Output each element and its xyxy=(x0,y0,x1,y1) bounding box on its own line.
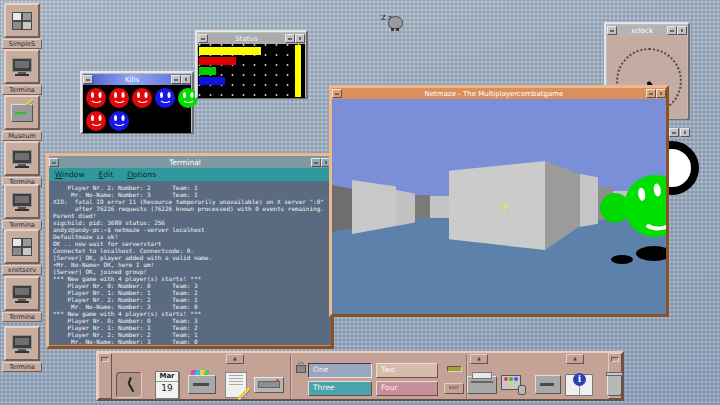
window-title: Status xyxy=(208,35,285,43)
maximize-button[interactable] xyxy=(680,128,690,137)
kill-smiley xyxy=(155,88,175,108)
exit-button[interactable]: EXIT xyxy=(444,383,464,394)
window-menu-button[interactable] xyxy=(49,158,59,167)
kills-titlebar[interactable]: Kills xyxy=(83,74,191,85)
status-bar-blue xyxy=(199,77,225,85)
desktop-icon-xnetserv[interactable]: xnetserv xyxy=(2,229,42,275)
desktop-icon-terminal-5[interactable]: Termina xyxy=(2,326,42,372)
busy-light xyxy=(447,366,462,372)
drawer-icon xyxy=(4,95,40,130)
maze-wall xyxy=(580,174,598,227)
menu-edit[interactable]: Edit xyxy=(99,170,114,179)
minimize-button[interactable] xyxy=(646,89,656,98)
printer-icon xyxy=(467,376,497,394)
workspace-switcher: One Two Three Four EXIT xyxy=(290,355,468,399)
maze-wall xyxy=(415,195,430,219)
crosshair-icon xyxy=(500,203,509,212)
minimize-button[interactable] xyxy=(285,34,295,43)
status-bar-red xyxy=(199,57,236,65)
window-menu-button[interactable] xyxy=(198,34,208,43)
maximize-button[interactable] xyxy=(295,34,305,43)
hidden-window-fragment xyxy=(669,128,690,137)
desktop-icon-terminal-3[interactable]: Termina xyxy=(2,184,42,230)
subpanel-arrow-icon[interactable]: ▲ xyxy=(226,354,244,364)
application-manager-icon xyxy=(535,375,561,394)
calendar-day: 19 xyxy=(156,382,178,395)
terminal-titlebar[interactable]: Terminal xyxy=(49,156,331,168)
calendar-month: Mar xyxy=(156,372,178,382)
maximize-button[interactable] xyxy=(656,89,666,98)
workspace-two-button[interactable]: Two xyxy=(376,363,438,378)
panel-handle-left[interactable] xyxy=(98,353,112,399)
text-editor-icon xyxy=(225,372,247,398)
panel-style-manager-button[interactable] xyxy=(498,370,530,399)
xclock-titlebar[interactable]: xclock xyxy=(607,25,687,36)
player-shadow xyxy=(636,246,666,261)
maze-wall-front xyxy=(449,161,545,250)
desktop-icon-terminal-1[interactable]: Termina xyxy=(2,49,42,95)
status-side-bar xyxy=(295,45,301,97)
hidden-window-buttons[interactable] xyxy=(669,128,690,137)
panel-file-manager-button[interactable] xyxy=(186,370,218,399)
netmaze-window: Netmaze - The Multiplayercombatgame xyxy=(329,85,669,317)
workspace-four-button[interactable]: Four xyxy=(376,381,438,396)
kill-smiley xyxy=(109,88,129,108)
panel-clock-button[interactable] xyxy=(113,370,145,399)
status-window: Status xyxy=(195,30,308,99)
panel-application-manager-button[interactable] xyxy=(532,370,564,399)
desktop-icon-label: SimpleS xyxy=(2,39,42,49)
maximize-button[interactable] xyxy=(677,26,687,35)
minimize-button[interactable] xyxy=(667,26,677,35)
maze-wall xyxy=(332,185,352,232)
kill-smiley xyxy=(109,111,129,131)
calendar-icon: Mar 19 xyxy=(155,371,179,399)
window-title: Kills xyxy=(93,76,171,84)
desktop-icon-museum[interactable]: Museum xyxy=(2,95,42,141)
lock-icon[interactable] xyxy=(296,365,306,373)
panel-calendar-button[interactable]: Mar 19 xyxy=(151,370,183,399)
desktop-icon-terminal-4[interactable]: Termina xyxy=(2,276,42,322)
window-title: Netmaze - The Multiplayercombatgame xyxy=(342,90,646,98)
status-canvas[interactable] xyxy=(198,44,305,98)
status-titlebar[interactable]: Status xyxy=(198,33,305,44)
kills-canvas[interactable] xyxy=(83,85,191,133)
grid-icon xyxy=(4,3,40,38)
terminal-output[interactable]: Player Nr. 2: Number: 2 Team: 1 Mr. No-N… xyxy=(49,181,331,345)
panel-text-editor-button[interactable] xyxy=(220,370,252,399)
workspace-three-button[interactable]: Three xyxy=(308,381,372,396)
maze-wall xyxy=(430,196,450,218)
terminal-icon xyxy=(4,326,40,361)
subpanel-arrow-icon[interactable]: ▲ xyxy=(566,354,584,364)
maximize-button[interactable] xyxy=(181,75,191,84)
desktop-icon-terminal-2[interactable]: Termina xyxy=(2,141,42,187)
workspace-one-button[interactable]: One xyxy=(308,363,372,378)
window-menu-button[interactable] xyxy=(607,26,617,35)
desktop-icon-simples[interactable]: SimpleS xyxy=(2,3,42,49)
minimize-button[interactable] xyxy=(171,75,181,84)
front-panel: ▲ ▲ ▲ Mar 19 One Two Three Four E xyxy=(96,351,624,401)
maze-wall xyxy=(396,190,415,226)
panel-printer-button[interactable] xyxy=(466,370,498,399)
desktop-icon-label: xnetserv xyxy=(2,265,42,275)
panel-mail-button[interactable] xyxy=(253,370,285,399)
status-bar-green xyxy=(199,67,216,75)
terminal-window: Terminal Window Edit Options Player Nr. … xyxy=(46,153,334,349)
window-menu-button[interactable] xyxy=(332,89,342,98)
window-menu-button[interactable] xyxy=(83,75,93,84)
clock-icon xyxy=(116,372,142,398)
status-bar-yellow xyxy=(199,47,261,55)
player-shadow xyxy=(611,255,633,264)
panel-help-button[interactable]: i xyxy=(563,370,595,399)
kill-smiley xyxy=(132,88,152,108)
subpanel-arrow-icon[interactable]: ▲ xyxy=(470,354,488,364)
panel-trash-button[interactable] xyxy=(598,370,630,399)
netmaze-titlebar[interactable]: Netmaze - The Multiplayercombatgame xyxy=(332,88,666,99)
desktop-icon-label: Termina xyxy=(2,362,42,372)
minimize-button[interactable] xyxy=(669,128,679,137)
netmaze-3d-view[interactable] xyxy=(332,99,666,314)
terminal-menubar: Window Edit Options xyxy=(49,168,331,181)
menu-window[interactable]: Window xyxy=(55,170,85,179)
minimize-button[interactable] xyxy=(311,158,321,167)
terminal-icon xyxy=(4,276,40,311)
menu-options[interactable]: Options xyxy=(127,170,156,179)
